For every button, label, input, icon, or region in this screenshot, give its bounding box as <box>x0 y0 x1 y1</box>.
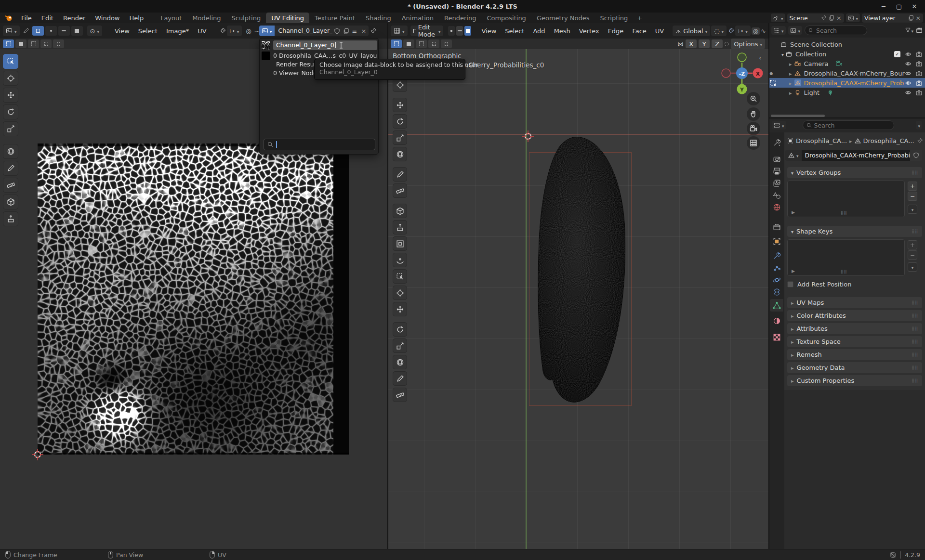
vertex-group-add-button[interactable] <box>908 182 917 191</box>
disable-render-icon[interactable] <box>916 51 922 57</box>
expand-icon[interactable] <box>789 79 792 87</box>
panel-uv-maps[interactable]: UV Maps⣿⣿ <box>787 297 922 308</box>
workspace-tab-layout[interactable]: Layout <box>155 13 187 23</box>
workspace-tab-rendering[interactable]: Rendering <box>439 13 481 23</box>
tab-physics-icon[interactable] <box>770 273 783 286</box>
unlink-scene-icon[interactable] <box>836 14 841 22</box>
unlink-image-icon[interactable] <box>358 26 369 36</box>
expand-icon[interactable] <box>789 70 792 77</box>
tab-world-icon[interactable] <box>770 201 783 213</box>
maximize-icon[interactable]: ▢ <box>891 3 907 10</box>
pin-id-icon[interactable] <box>917 138 923 144</box>
gizmo-axis-neg-y[interactable] <box>738 53 746 62</box>
menu-file[interactable]: File <box>16 13 37 23</box>
tab-texture-icon[interactable] <box>770 331 783 343</box>
gizmo-axis-neg-x[interactable] <box>722 69 730 78</box>
close-icon[interactable]: ✕ <box>907 3 922 10</box>
tool-scale[interactable] <box>393 130 407 145</box>
tool-add-cube[interactable] <box>393 204 407 218</box>
panel-custom-properties[interactable]: Custom Properties⣿⣿ <box>787 375 922 386</box>
tab-tool-icon[interactable] <box>770 136 783 149</box>
camera-view-button[interactable] <box>747 122 760 135</box>
shape-key-specials-menu[interactable] <box>908 262 917 272</box>
workspace-tab-uv-editing[interactable]: UV Editing <box>266 13 309 23</box>
pivot-point-button[interactable]: ◌ <box>711 26 727 36</box>
tool-grab[interactable] <box>3 211 18 226</box>
editor-divider[interactable] <box>387 23 388 549</box>
breadcrumb-object[interactable]: Drosophila_CA... <box>796 137 847 144</box>
tool-transform[interactable] <box>393 147 407 161</box>
workspace-tab-geometry-nodes[interactable]: Geometry Nodes <box>531 13 595 23</box>
select-invert-button[interactable] <box>40 39 52 48</box>
blender-logo-icon[interactable] <box>5 14 13 21</box>
filter-expand-icon[interactable]: ▶ <box>792 269 795 273</box>
outliner-display-mode-button[interactable] <box>771 26 786 35</box>
vp-menu-mesh[interactable]: Mesh <box>550 26 574 36</box>
properties-options-button[interactable] <box>916 121 922 130</box>
hide-eye-icon[interactable] <box>905 51 912 57</box>
viewlayer-browse-button[interactable] <box>846 13 860 22</box>
outliner-filter-type-button[interactable] <box>788 26 803 35</box>
panel-remesh[interactable]: Remesh⣿⣿ <box>787 349 922 360</box>
select-new-button[interactable] <box>3 39 14 48</box>
pan-hand-button[interactable] <box>747 107 760 121</box>
add-workspace-button[interactable]: + <box>633 14 646 22</box>
proportional-edit-icon[interactable]: ◎ <box>752 27 760 35</box>
outliner-search[interactable] <box>805 26 867 35</box>
tab-output-icon[interactable] <box>770 165 783 177</box>
tool-poly-build[interactable] <box>393 302 407 316</box>
outliner-row-light[interactable]: Light <box>769 88 925 97</box>
outliner-scrollbar[interactable] <box>771 115 825 117</box>
hide-eye-icon[interactable] <box>905 80 912 86</box>
panel-color-attributes[interactable]: Color Attributes⣿⣿ <box>787 310 922 321</box>
uv-snap-magnet-icon[interactable] <box>219 27 226 34</box>
vp-select-subtract-button[interactable] <box>416 39 427 48</box>
workspace-tab-animation[interactable]: Animation <box>396 13 439 23</box>
dropdown-search[interactable] <box>264 139 375 150</box>
tab-object-icon[interactable] <box>770 235 783 247</box>
tool-smooth[interactable] <box>393 339 407 353</box>
properties-search-input[interactable] <box>814 122 858 129</box>
tab-constraints-icon[interactable] <box>770 286 783 298</box>
uv-pivot-button[interactable]: ⊙ <box>87 26 102 36</box>
uv-menu-image[interactable]: Image* <box>162 26 193 36</box>
tool-measure[interactable] <box>393 183 407 198</box>
vp-menu-select[interactable]: Select <box>501 26 528 36</box>
new-collection-icon[interactable] <box>916 27 923 34</box>
workspace-tab-shading[interactable]: Shading <box>360 13 396 23</box>
mode-selector[interactable]: Edit Mode <box>410 26 444 36</box>
tab-scene-icon[interactable] <box>770 189 783 201</box>
fake-user-shield-icon[interactable] <box>332 26 342 36</box>
uv-menu-uv[interactable]: UV <box>194 26 210 36</box>
collection-exclude-checkbox[interactable]: ✓ <box>894 51 900 57</box>
panel-geometry-data[interactable]: Geometry Data⣿⣿ <box>787 362 922 373</box>
uv-select-mode-vertex[interactable] <box>45 26 57 36</box>
tool-bevel[interactable] <box>393 253 407 267</box>
snap-base-icon[interactable] <box>725 40 729 48</box>
expand-icon[interactable] <box>789 89 792 96</box>
vp-menu-uv[interactable]: UV <box>651 26 668 36</box>
hide-eye-icon[interactable] <box>905 61 912 67</box>
tool-move[interactable] <box>393 98 407 112</box>
image-source-menu-icon[interactable] <box>351 26 359 36</box>
outliner-row-collection[interactable]: Collection ✓ <box>769 49 925 59</box>
outliner-row-drosophila-bour[interactable]: ● Drosophila_CAAX-mCherry_Bour <box>769 68 925 78</box>
mesh-name-field[interactable]: Drosophila_CAAX-mCherry_Probabilitie... <box>802 150 910 161</box>
mesh-browse-button[interactable] <box>785 150 802 161</box>
new-scene-icon[interactable] <box>829 15 834 21</box>
tab-view-layer-icon[interactable] <box>770 177 783 189</box>
viewport-area[interactable]: ⋈ X Y Z Options Bottom Orthographic (1) … <box>388 39 769 549</box>
vp-select-new-button[interactable] <box>391 39 402 48</box>
tool-knife[interactable] <box>393 286 407 300</box>
uv-sync-select-toggle[interactable] <box>32 26 44 36</box>
workspace-tab-scripting[interactable]: Scripting <box>595 13 634 23</box>
scene-browse-button[interactable] <box>771 13 785 22</box>
tool-spin[interactable] <box>393 322 407 337</box>
fake-user-button[interactable] <box>910 150 922 161</box>
outliner-row-drosophila-prob[interactable]: Drosophila_CAAX-mCherry_Prob <box>769 78 925 88</box>
tool-transform[interactable] <box>3 144 18 159</box>
breadcrumb-data[interactable]: Drosophila_CA... <box>863 137 914 144</box>
vp-menu-vertex[interactable]: Vertex <box>575 26 603 36</box>
vp-menu-face[interactable]: Face <box>628 26 650 36</box>
disable-render-icon[interactable] <box>916 61 922 67</box>
